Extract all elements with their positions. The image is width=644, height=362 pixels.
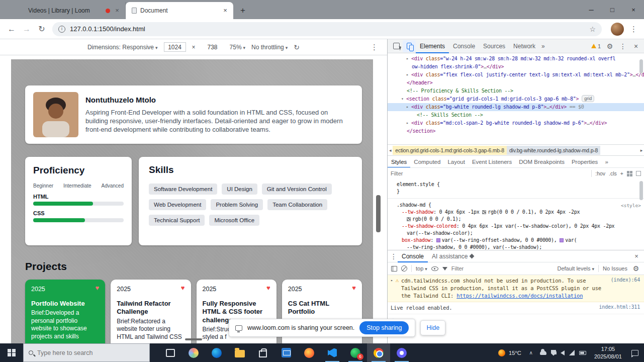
elements-scrollbar[interactable]: [639, 59, 643, 73]
computed-sidebar-icon[interactable]: [636, 171, 641, 176]
more-tabs-icon[interactable]: »: [539, 43, 547, 50]
dom-tree-node[interactable]: ow-hidden flex-shrink-0">…</div>: [388, 63, 644, 71]
chat-app-button[interactable]: 6: [344, 343, 367, 362]
weather-widget[interactable]: 15°C: [493, 349, 526, 356]
breadcrumb-right-icon[interactable]: ▸: [639, 148, 644, 153]
stop-sharing-button[interactable]: Stop sharing: [359, 321, 409, 334]
new-tab-button[interactable]: +: [236, 4, 249, 17]
color-swatch-icon[interactable]: [560, 238, 564, 242]
console-context-dropdown[interactable]: top▾: [416, 265, 427, 272]
reload-button[interactable]: ↻: [34, 22, 49, 37]
dom-tree-node[interactable]: </header>: [388, 79, 644, 87]
viewport-height-input[interactable]: [202, 42, 224, 52]
toggle-element-state-button[interactable]: :hov: [595, 170, 605, 176]
dom-tree-node[interactable]: ▸<div class="md:col-span-2 bg-white roun…: [388, 119, 644, 127]
dom-tree-node[interactable]: <!-- Proficiency & Skills Section -->: [388, 87, 644, 95]
log-levels-dropdown[interactable]: Default levels▾: [558, 265, 595, 272]
dom-tree-node[interactable]: ▸<div class="w-24 h-24 sm:w-28 sm:h-28 m…: [388, 55, 644, 63]
devtools-tab-elements[interactable]: Elements: [416, 39, 449, 53]
console-filter-input[interactable]: [451, 265, 554, 272]
devtools-settings-icon[interactable]: ⚙: [604, 42, 616, 50]
color-swatch-icon[interactable]: [482, 210, 486, 214]
tab-styles[interactable]: Styles: [388, 156, 410, 168]
start-button[interactable]: [0, 343, 23, 362]
chrome-button[interactable]: [367, 343, 390, 362]
store-button[interactable]: [251, 343, 274, 362]
vscode-button[interactable]: [321, 343, 344, 362]
tab-event-listeners[interactable]: Event Listeners: [469, 156, 515, 168]
bookmark-star-icon[interactable]: ☆: [589, 25, 596, 33]
maximize-button[interactable]: □: [602, 0, 623, 19]
breadcrumb-item[interactable]: ection.grid.grid-cols-1.md:grid-cols-3.g…: [393, 146, 507, 155]
tab-close-button[interactable]: ×: [113, 7, 121, 15]
forward-button[interactable]: →: [19, 22, 34, 37]
color-swatch-icon[interactable]: [407, 217, 411, 221]
back-button[interactable]: ←: [4, 22, 19, 37]
css-rule-line[interactable]: }: [388, 188, 644, 195]
close-button[interactable]: ×: [623, 0, 644, 19]
message-source-link[interactable]: (index):64: [607, 277, 640, 283]
css-rule-line[interactable]: --tw-shadow-colored: 0 4px 6px -1px var(…: [388, 223, 644, 230]
styles-scrollbar[interactable]: [639, 181, 643, 200]
taskbar-clock[interactable]: 17:05 2025/08/01: [590, 345, 626, 360]
dom-tree-node[interactable]: ▸<div class="bg-white rounded-lg shadow-…: [388, 103, 644, 111]
devtools-menu-icon[interactable]: ⋮: [617, 42, 629, 50]
live-expression-icon[interactable]: [431, 266, 438, 271]
hide-share-bar-button[interactable]: Hide: [420, 320, 445, 335]
mail-button[interactable]: [274, 343, 298, 362]
network-icon[interactable]: [569, 350, 575, 355]
layout-badge[interactable]: grid: [582, 95, 594, 102]
devtools-tab-console[interactable]: Console: [449, 39, 479, 53]
breadcrumb-left-icon[interactable]: ◂: [388, 148, 393, 153]
address-bar[interactable]: i 127.0.0.1:1500/index.html ☆: [52, 22, 602, 36]
warnings-badge[interactable]: 1: [589, 43, 603, 49]
tab-loom[interactable]: Videos | Library | Loom ×: [22, 2, 126, 19]
new-style-rule-button[interactable]: +: [620, 170, 623, 176]
viewport-width-input[interactable]: [164, 42, 186, 52]
console-warning-message[interactable]: ▸ ⚠ cdn.tailwindcss.com should not be us…: [388, 275, 644, 302]
url-text[interactable]: 127.0.0.1:1500/index.html: [70, 25, 145, 33]
css-rule-line[interactable]: --tw-shadow: 0 4px 6px -1px rgb(0 0 0 / …: [388, 209, 644, 216]
warning-link[interactable]: https://tailwindcss.com/docs/installatio…: [456, 293, 583, 299]
code-token[interactable]: ▸: [406, 71, 411, 79]
favorite-heart-icon[interactable]: ♥: [266, 284, 270, 292]
page-horizontal-scrollbar[interactable]: [185, 338, 202, 340]
rotate-viewport-icon[interactable]: ↻: [294, 43, 300, 51]
code-token[interactable]: ▸: [406, 103, 411, 111]
console-sidebar-icon[interactable]: [391, 266, 397, 272]
element-classes-button[interactable]: .cls: [609, 170, 617, 176]
minimize-button[interactable]: ─: [581, 0, 602, 19]
tab-layout[interactable]: Layout: [444, 156, 469, 168]
task-view-button[interactable]: [159, 343, 182, 362]
onedrive-icon[interactable]: [540, 351, 546, 355]
notification-center-button[interactable]: [626, 350, 644, 356]
tab-computed[interactable]: Computed: [410, 156, 444, 168]
battery-icon[interactable]: [579, 351, 586, 355]
tab-close-button[interactable]: ×: [221, 7, 229, 15]
message-source-link[interactable]: index.html:311: [595, 304, 640, 310]
zoom-dropdown[interactable]: 75%▾: [230, 44, 246, 51]
clear-console-icon[interactable]: [401, 265, 407, 272]
css-rule-line[interactable]: rgb(0 0 0 / 0.1);: [388, 216, 644, 223]
browser-menu-icon[interactable]: ⋮: [628, 25, 640, 34]
drawer-close-icon[interactable]: ×: [631, 252, 642, 260]
grid-editor-icon[interactable]: [627, 171, 632, 176]
breadcrumb-item[interactable]: div.bg-white.rounded-lg.shadow-md.p-8: [507, 146, 600, 155]
dom-tree-node[interactable]: ▸<div class="flex flex-col justify-cente…: [388, 71, 644, 79]
tray-expand-icon[interactable]: ∧: [526, 350, 536, 355]
edge-button[interactable]: [205, 343, 228, 362]
dom-tree-node[interactable]: </section>: [388, 127, 644, 135]
volume-icon[interactable]: [561, 350, 565, 355]
style-source-link[interactable]: <style>: [621, 202, 641, 209]
styles-filter-input[interactable]: [391, 170, 588, 176]
devtools-tab-network[interactable]: Network: [509, 39, 539, 53]
css-rule-line[interactable]: --tw-ring-shadow, 0 0 #0000), var(--tw-s…: [388, 244, 644, 250]
search-input[interactable]: [37, 349, 144, 356]
favorite-heart-icon[interactable]: ♥: [96, 284, 100, 292]
favorite-heart-icon[interactable]: ♥: [181, 284, 185, 292]
widgets-button[interactable]: [182, 343, 205, 362]
code-token[interactable]: ▸: [406, 55, 411, 63]
drawer-tab-ai-assistance[interactable]: AI assistance: [428, 250, 478, 262]
css-rule-line[interactable]: box-shadow: var(--tw-ring-offset-shadow,…: [388, 237, 644, 244]
file-explorer-button[interactable]: [228, 343, 251, 362]
